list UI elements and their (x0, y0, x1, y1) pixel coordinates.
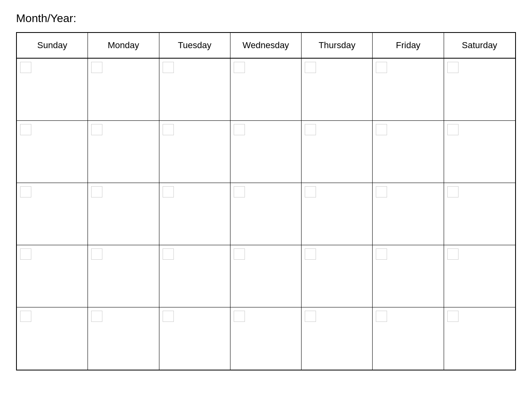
date-box-w5-mon (91, 311, 102, 322)
cell-w3-tue[interactable] (159, 183, 230, 245)
date-box-w2-thu (305, 124, 316, 135)
cell-w4-sun[interactable] (17, 245, 88, 307)
date-box-w2-sun (20, 124, 31, 135)
header-tuesday: Tuesday (159, 33, 230, 58)
cell-w5-thu[interactable] (302, 307, 373, 370)
date-box-w2-tue (163, 124, 174, 135)
cell-w1-sun[interactable] (17, 59, 88, 120)
calendar-week-4 (17, 245, 515, 307)
header-thursday: Thursday (302, 33, 373, 58)
cell-w2-mon[interactable] (88, 121, 159, 183)
calendar-container: Sunday Monday Tuesday Wednesday Thursday… (16, 32, 516, 370)
date-box-w2-mon (91, 124, 102, 135)
date-box-w3-sun (20, 186, 31, 197)
date-box-w5-tue (163, 311, 174, 322)
cell-w1-fri[interactable] (373, 59, 444, 120)
cell-w1-thu[interactable] (302, 59, 373, 120)
header-monday: Monday (88, 33, 159, 58)
cell-w2-tue[interactable] (159, 121, 230, 183)
cell-w3-sun[interactable] (17, 183, 88, 245)
date-box-w5-wed (234, 311, 245, 322)
date-box-w4-fri (376, 248, 387, 260)
date-box-w3-fri (376, 186, 387, 197)
calendar-header: Sunday Monday Tuesday Wednesday Thursday… (17, 33, 515, 59)
date-box-w1-mon (91, 62, 102, 73)
header-sunday: Sunday (17, 33, 88, 58)
calendar-week-2 (17, 121, 515, 183)
cell-w4-tue[interactable] (159, 245, 230, 307)
date-box-w2-fri (376, 124, 387, 135)
cell-w2-wed[interactable] (230, 121, 302, 183)
date-box-w5-fri (376, 311, 387, 322)
cell-w5-sun[interactable] (17, 307, 88, 370)
cell-w3-fri[interactable] (373, 183, 444, 245)
date-box-w3-wed (234, 186, 245, 197)
cell-w5-tue[interactable] (159, 307, 230, 370)
date-box-w5-thu (305, 311, 316, 322)
cell-w2-sun[interactable] (17, 121, 88, 183)
date-box-w3-tue (163, 186, 174, 197)
cell-w2-sat[interactable] (444, 121, 515, 183)
date-box-w1-sun (20, 62, 31, 73)
date-box-w3-mon (91, 186, 102, 197)
cell-w5-mon[interactable] (88, 307, 159, 370)
date-box-w1-wed (234, 62, 245, 73)
cell-w3-thu[interactable] (302, 183, 373, 245)
cell-w3-wed[interactable] (230, 183, 302, 245)
header-friday: Friday (373, 33, 444, 58)
cell-w2-fri[interactable] (373, 121, 444, 183)
cell-w1-sat[interactable] (444, 59, 515, 120)
calendar-week-5 (17, 307, 515, 370)
cell-w3-mon[interactable] (88, 183, 159, 245)
cell-w1-mon[interactable] (88, 59, 159, 120)
date-box-w2-sat (447, 124, 459, 135)
cell-w5-wed[interactable] (230, 307, 302, 370)
date-box-w3-sat (447, 186, 459, 197)
date-box-w1-tue (163, 62, 174, 73)
cell-w3-sat[interactable] (444, 183, 515, 245)
date-box-w3-thu (305, 186, 316, 197)
cell-w1-wed[interactable] (230, 59, 302, 120)
cell-w1-tue[interactable] (159, 59, 230, 120)
date-box-w4-sun (20, 248, 31, 260)
date-box-w1-sat (447, 62, 459, 73)
cell-w2-thu[interactable] (302, 121, 373, 183)
month-year-heading: Month/Year: (16, 12, 516, 25)
date-box-w1-thu (305, 62, 316, 73)
calendar-week-1 (17, 59, 515, 121)
header-saturday: Saturday (444, 33, 515, 58)
date-box-w4-thu (305, 248, 316, 260)
cell-w4-sat[interactable] (444, 245, 515, 307)
cell-w4-fri[interactable] (373, 245, 444, 307)
date-box-w4-sat (447, 248, 459, 260)
calendar-week-3 (17, 183, 515, 245)
cell-w4-wed[interactable] (230, 245, 302, 307)
calendar-body (17, 59, 515, 370)
date-box-w1-fri (376, 62, 387, 73)
date-box-w5-sun (20, 311, 31, 322)
cell-w5-sat[interactable] (444, 307, 515, 370)
cell-w4-mon[interactable] (88, 245, 159, 307)
date-box-w4-tue (163, 248, 174, 260)
date-box-w2-wed (234, 124, 245, 135)
date-box-w4-mon (91, 248, 102, 260)
date-box-w4-wed (234, 248, 245, 260)
date-box-w5-sat (447, 311, 459, 322)
header-wednesday: Wednesday (230, 33, 302, 58)
cell-w5-fri[interactable] (373, 307, 444, 370)
cell-w4-thu[interactable] (302, 245, 373, 307)
